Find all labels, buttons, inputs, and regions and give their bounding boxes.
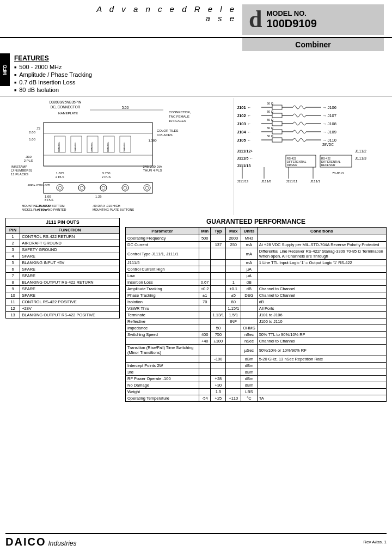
perf-table-cell: +110 [226,395,241,402]
svg-point-43 [100,185,107,191]
perf-table-cell: dB [257,299,386,305]
svg-text:TNC FEMALE: TNC FEMALE [169,115,189,118]
logo-icon: d [249,8,262,32]
pin-table-cell: BLANKING OUTPUT RS-422 POSITIVE [20,312,120,319]
svg-text:J102 ←: J102 ← [237,113,251,118]
perf-table-cell: Low [126,273,199,279]
svg-point-40 [58,186,62,189]
perf-table-cell [211,235,226,242]
perf-table-cell: Amplitude Tracking [126,286,199,292]
svg-text:.690+.050/-.005: .690+.050/-.005 [27,183,51,187]
svg-text:DC, CONNECTOR: DC, CONNECTOR [51,105,81,109]
perf-table-cell [226,389,241,395]
perf-table-cell [226,363,241,369]
perf-table-cell [226,338,241,345]
perf-table-cell: dBm [241,376,258,382]
perf-col-header: Max [226,228,241,235]
advanced-release: A d v a n c e d R e l e a s e [84,4,242,23]
perf-table-cell [199,376,211,382]
perf-table-cell [199,273,211,279]
perf-table-cell: Operating Frequency [126,235,199,242]
perf-table-cell: ±0.1 [226,286,241,292]
svg-text:5.50: 5.50 [122,106,129,109]
features-title: FEATURES [14,54,92,62]
svg-text:4 PLACES: 4 PLACES [157,133,173,137]
perf-table-cell: Transition (Rise/Fall) Time Switching (M… [126,345,199,356]
svg-text:COLOR TILES: COLOR TILES [157,129,179,132]
perf-table-cell: °C [241,395,258,402]
svg-point-48 [145,186,149,189]
bullet-icon: ■ [14,65,16,69]
perf-table-cell: 1 [226,279,241,286]
perf-table-cell: Switching Speed [126,332,199,338]
svg-text:CHANNEL: CHANNEL [74,142,77,152]
perf-table-cell: MHz [241,235,258,242]
svg-text:→ J110: → J110 [322,138,336,143]
svg-text:J111/13: J111/13 [237,180,249,183]
perf-table-cell: Control Current High [126,266,199,273]
svg-point-41 [78,185,85,191]
footer: DAICO Industries Rev A/Iss. 1 [5,533,387,548]
feature-item-1: ■ 500 - 2000 MHz [14,64,92,70]
pin-table-cell: 10 [6,292,20,299]
pin-table-cell: BLANKING OUTPUT RS-422 RETURN [20,279,120,286]
perf-table-cell: mA [241,242,258,248]
model-no-label: MODEL NO. [266,9,316,17]
pin-table-cell: 1 [6,234,20,240]
bullet-icon: ■ [14,81,16,84]
perf-table-cell: INF [226,319,241,325]
svg-text:2.00: 2.00 [29,131,35,134]
perf-table-cell [226,382,241,389]
perf-table-cell [241,305,258,312]
svg-text:THUR 4 PLS: THUR 4 PLS [143,169,162,172]
perf-table-cell: 0.67 [199,279,211,286]
svg-text:2 PLS: 2 PLS [24,159,33,162]
svg-text:J101 ←: J101 ← [237,105,251,110]
perf-table-cell: Control Type J111/1, J111/1 [126,248,199,260]
svg-text:D38999/25NB35PIN: D38999/25NB35PIN [50,100,82,104]
pin-table-cell: 13 [6,312,20,319]
svg-text:→ J108: → J108 [322,121,336,126]
perf-table-cell: Weight [126,389,199,395]
perf-table-cell [257,273,386,279]
perf-table-cell [241,299,258,305]
pin-table-cell: 11 [6,299,20,305]
perf-table-cell: Insertion Loss [126,279,199,286]
mfd-label: MFD [0,53,10,86]
pin-table-cell: 6 [6,266,20,273]
svg-text:CHANNEL: CHANNEL [123,142,126,152]
perf-table-cell: 80 [226,299,241,305]
pin-table-cell: 7 [6,273,20,279]
pin-table-cell: SPARE [20,286,120,292]
perf-table-cell: 90%/10% or 10%/90% RF [257,345,386,356]
left-mechanical-diagram: D38999/25NB35PIN DC, CONNECTOR 5.50 NAME… [5,98,234,215]
pin-table-cell: 12 [6,305,20,312]
svg-rect-38 [44,182,152,193]
feature-item-2: ■ Amplitude / Phase Tracking [14,71,92,78]
model-number: 100D9109 [266,17,316,30]
perf-table-cell: Differential Line Receiver RS-422/ Stana… [257,248,386,260]
perf-table-cell: 250 [226,242,241,248]
perf-table-cell: Phase Tracking [126,292,199,299]
pinouts-title: J111 PIN OUTS [5,218,120,226]
perf-table-cell [257,389,386,395]
svg-text:MOUNTING PLATE BUTTONS: MOUNTING PLATE BUTTONS [93,208,134,211]
bullet-icon: ■ [14,73,16,77]
perf-table-cell: nSec [241,338,258,345]
perf-table-cell: All Ports [257,305,386,312]
perf-table-cell: 50 [211,325,226,332]
perf-table-cell [211,292,226,299]
perf-table-cell [226,260,241,266]
svg-text:2 PLS: 2 PLS [56,175,64,179]
pinouts-section: J111 PIN OUTS PIN FUNCTION 1CONTROL RS-4… [5,218,120,402]
perf-table-cell [211,260,226,266]
perf-table-cell: mA [241,260,258,266]
perf-table-cell [199,319,211,325]
perf-table-cell: µSec [241,345,258,356]
svg-text:→ J109: → J109 [322,130,336,134]
svg-text:→ J106: → J106 [322,105,336,110]
perf-table-cell: Impedance [126,325,199,332]
perf-table-cell: -54 [199,395,211,402]
svg-point-45 [122,185,128,191]
perf-table-cell: 1.15/1 [226,305,241,312]
